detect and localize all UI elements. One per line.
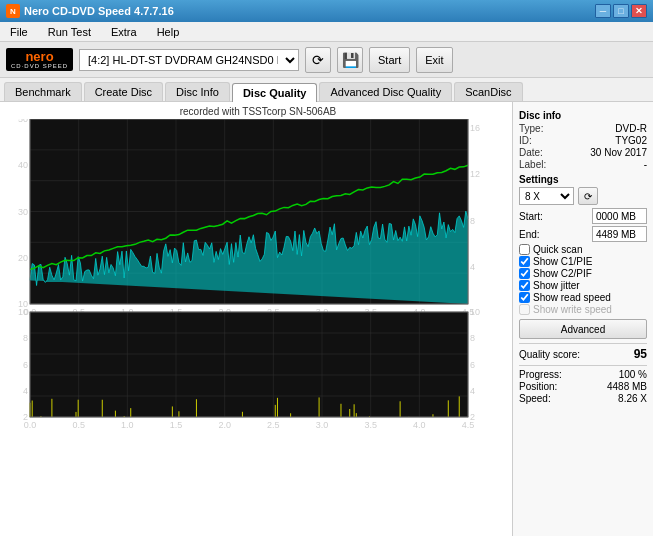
menu-bar: File Run Test Extra Help — [0, 22, 653, 42]
disc-date-row: Date: 30 Nov 2017 — [519, 147, 647, 158]
menu-run-test[interactable]: Run Test — [42, 24, 97, 40]
disc-label-row: Label: - — [519, 159, 647, 170]
disc-id-row: ID: TYG02 — [519, 135, 647, 146]
speed-select[interactable]: 8 X Max 4 X — [519, 187, 574, 205]
position-label: Position: — [519, 381, 557, 392]
progress-section: Progress: 100 % Position: 4488 MB Speed:… — [519, 365, 647, 404]
end-mb-row: End: — [519, 226, 647, 242]
tab-benchmark[interactable]: Benchmark — [4, 82, 82, 101]
tab-create-disc[interactable]: Create Disc — [84, 82, 163, 101]
show-c2-pif-checkbox[interactable] — [519, 268, 530, 279]
disc-type-row: Type: DVD-R — [519, 123, 647, 134]
quality-score-label: Quality score: — [519, 349, 580, 360]
chart-area: recorded with TSSTcorp SN-506AB — [0, 102, 513, 536]
tab-disc-quality[interactable]: Disc Quality — [232, 83, 318, 102]
show-c1-pie-label: Show C1/PIE — [533, 256, 592, 267]
disc-date-label: Date: — [519, 147, 543, 158]
end-label: End: — [519, 229, 540, 240]
position-value: 4488 MB — [607, 381, 647, 392]
start-input[interactable] — [592, 208, 647, 224]
speed-label: Speed: — [519, 393, 551, 404]
show-jitter-checkbox[interactable] — [519, 280, 530, 291]
speed-setting-row: 8 X Max 4 X ⟳ — [519, 187, 647, 205]
minimize-button[interactable]: ─ — [595, 4, 611, 18]
disc-date-value: 30 Nov 2017 — [590, 147, 647, 158]
tab-disc-info[interactable]: Disc Info — [165, 82, 230, 101]
disc-type-value: DVD-R — [615, 123, 647, 134]
title-bar: N Nero CD-DVD Speed 4.7.7.16 ─ □ ✕ — [0, 0, 653, 22]
exit-button[interactable]: Exit — [416, 47, 452, 73]
quick-scan-label: Quick scan — [533, 244, 582, 255]
chart-title: recorded with TSSTcorp SN-506AB — [4, 106, 512, 117]
quick-scan-checkbox[interactable] — [519, 244, 530, 255]
show-c2-pif-label: Show C2/PIF — [533, 268, 592, 279]
advanced-button[interactable]: Advanced — [519, 319, 647, 339]
speed-row: Speed: 8.26 X — [519, 393, 647, 404]
menu-file[interactable]: File — [4, 24, 34, 40]
disc-label-label: Label: — [519, 159, 546, 170]
show-c1-pie-row: Show C1/PIE — [519, 256, 647, 267]
disc-label-value: - — [644, 159, 647, 170]
disc-id-value: TYG02 — [615, 135, 647, 146]
window-title: Nero CD-DVD Speed 4.7.7.16 — [24, 5, 174, 17]
start-mb-row: Start: — [519, 208, 647, 224]
menu-extra[interactable]: Extra — [105, 24, 143, 40]
quality-score-row: Quality score: 95 — [519, 343, 647, 361]
refresh-button[interactable]: ⟳ — [305, 47, 331, 73]
end-input[interactable] — [592, 226, 647, 242]
app-icon: N — [6, 4, 20, 18]
position-row: Position: 4488 MB — [519, 381, 647, 392]
show-c1-pie-checkbox[interactable] — [519, 256, 530, 267]
show-jitter-label: Show jitter — [533, 280, 580, 291]
settings-title: Settings — [519, 174, 647, 185]
speed-value: 8.26 X — [618, 393, 647, 404]
show-c2-pif-row: Show C2/PIF — [519, 268, 647, 279]
show-write-speed-row: Show write speed — [519, 304, 647, 315]
start-button[interactable]: Start — [369, 47, 410, 73]
progress-label: Progress: — [519, 369, 562, 380]
progress-value: 100 % — [619, 369, 647, 380]
maximize-button[interactable]: □ — [613, 4, 629, 18]
menu-help[interactable]: Help — [151, 24, 186, 40]
toolbar: nero CD·DVD SPEED [4:2] HL-DT-ST DVDRAM … — [0, 42, 653, 78]
main-chart-canvas — [4, 119, 494, 429]
main-content: recorded with TSSTcorp SN-506AB Disc inf… — [0, 102, 653, 536]
close-button[interactable]: ✕ — [631, 4, 647, 18]
right-panel: Disc info Type: DVD-R ID: TYG02 Date: 30… — [513, 102, 653, 536]
title-bar-buttons: ─ □ ✕ — [595, 4, 647, 18]
show-read-speed-label: Show read speed — [533, 292, 611, 303]
drive-select[interactable]: [4:2] HL-DT-ST DVDRAM GH24NSD0 LH00 — [79, 49, 299, 71]
save-button[interactable]: 💾 — [337, 47, 363, 73]
start-label: Start: — [519, 211, 543, 222]
disc-type-label: Type: — [519, 123, 543, 134]
show-jitter-row: Show jitter — [519, 280, 647, 291]
show-write-speed-checkbox — [519, 304, 530, 315]
tabs-bar: Benchmark Create Disc Disc Info Disc Qua… — [0, 78, 653, 102]
tab-scan-disc[interactable]: ScanDisc — [454, 82, 522, 101]
tab-advanced-disc-quality[interactable]: Advanced Disc Quality — [319, 82, 452, 101]
disc-id-label: ID: — [519, 135, 532, 146]
show-read-speed-row: Show read speed — [519, 292, 647, 303]
quality-score-value: 95 — [634, 347, 647, 361]
nero-logo: nero CD·DVD SPEED — [6, 48, 73, 71]
speed-refresh-button[interactable]: ⟳ — [578, 187, 598, 205]
progress-row: Progress: 100 % — [519, 369, 647, 380]
show-read-speed-checkbox[interactable] — [519, 292, 530, 303]
disc-info-title: Disc info — [519, 110, 647, 121]
show-write-speed-label: Show write speed — [533, 304, 612, 315]
quick-scan-row: Quick scan — [519, 244, 647, 255]
